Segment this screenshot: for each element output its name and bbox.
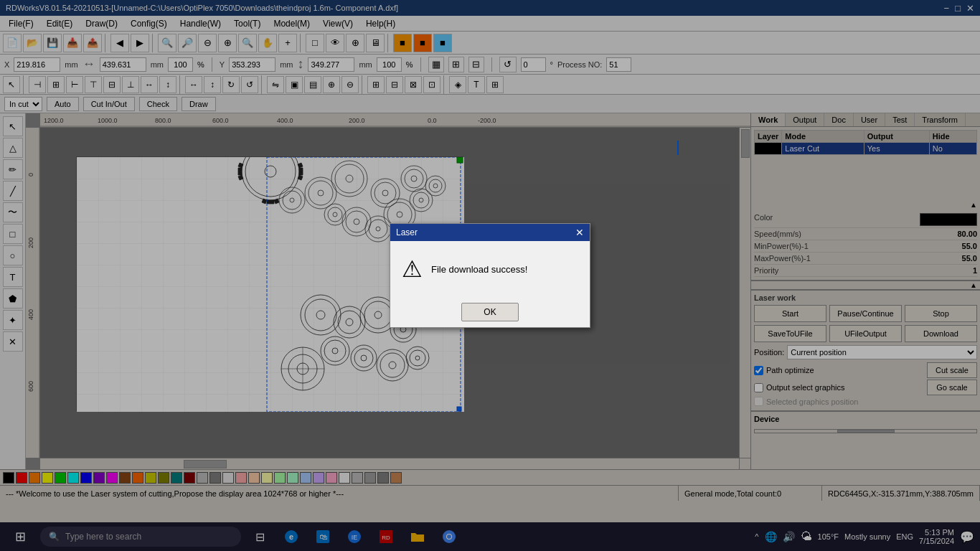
modal-close-button[interactable]: ✕ xyxy=(575,227,584,238)
modal-overlay[interactable]: Laser ✕ ⚠ File download success! OK xyxy=(0,0,980,551)
warning-icon: ⚠ xyxy=(402,255,423,283)
modal-message: File download success! xyxy=(431,264,527,275)
modal-dialog: Laser ✕ ⚠ File download success! OK xyxy=(390,223,590,328)
modal-footer: OK xyxy=(390,297,590,327)
modal-titlebar: Laser ✕ xyxy=(390,224,590,241)
modal-ok-button[interactable]: OK xyxy=(461,303,519,321)
modal-title: Laser xyxy=(396,227,418,237)
modal-body: ⚠ File download success! xyxy=(390,241,590,297)
